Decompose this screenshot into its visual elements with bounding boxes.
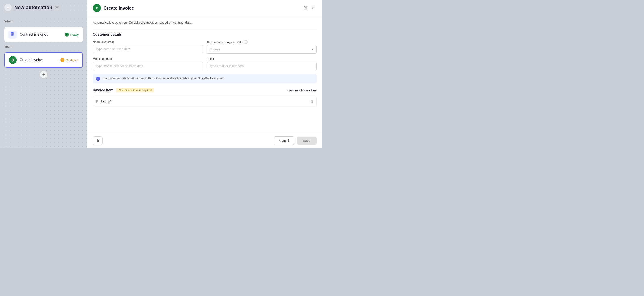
name-label: Name (required) <box>93 40 203 43</box>
then-label: Then <box>4 45 83 48</box>
ready-dot: ✓ <box>65 33 69 37</box>
description-text: Automatically create your QuickBooks inv… <box>93 21 317 24</box>
pays-with-field-group: This customer pays me with i Choose ▼ <box>206 40 317 54</box>
divider-1 <box>93 29 317 29</box>
trigger-icon <box>8 31 16 39</box>
close-button[interactable]: ✕ <box>310 5 317 11</box>
edit-title-button[interactable] <box>55 6 58 9</box>
qb-logo-icon: Q <box>93 4 101 12</box>
email-field-group: Email <box>206 57 317 70</box>
page-title: New automation <box>14 5 52 10</box>
info-icon: i <box>96 77 100 81</box>
invoice-section-header: Invoice item At least one item is requir… <box>93 88 317 92</box>
svg-rect-3 <box>12 35 13 35</box>
pays-with-select-wrapper: Choose ▼ <box>206 45 317 54</box>
svg-rect-1 <box>12 33 13 34</box>
invoice-section-title: Invoice item <box>93 88 113 92</box>
required-badge: At least one item is required <box>116 88 154 92</box>
invoice-item-row: ▦ Item #1 🗑 <box>93 96 317 107</box>
action-card[interactable]: Q Create Invoice ! Configure <box>4 52 83 68</box>
pencil-icon <box>55 6 58 9</box>
add-step-button[interactable]: + <box>40 71 48 79</box>
svg-text:Q: Q <box>12 58 14 62</box>
name-field-group: Name (required) <box>93 40 203 54</box>
right-panel-title: Create Invoice <box>104 5 301 11</box>
trash-icon: 🗑 <box>96 139 99 143</box>
customer-details-form: Name (required) This customer pays me wi… <box>93 40 317 70</box>
action-title: Create Invoice <box>20 58 57 62</box>
left-header: ‹ New automation <box>0 0 87 15</box>
action-status: ! Configure <box>60 58 78 62</box>
svg-rect-2 <box>12 34 13 34</box>
footer-delete-button[interactable]: 🗑 <box>93 136 103 145</box>
overwrite-info-banner: i The customer details will be overwritt… <box>93 74 317 84</box>
item-label: Item #1 <box>101 99 308 103</box>
back-icon: ‹ <box>8 6 9 9</box>
edit-action-button[interactable] <box>304 6 307 10</box>
action-icon: Q <box>9 56 16 64</box>
close-icon: ✕ <box>312 5 315 10</box>
customer-section-title: Customer details <box>93 33 317 37</box>
right-body: Automatically create your QuickBooks inv… <box>88 16 322 133</box>
add-invoice-item-button[interactable]: + Add new invoice item <box>287 89 317 92</box>
name-input[interactable] <box>93 45 203 53</box>
trigger-title: Contract is signed <box>20 33 62 37</box>
cancel-button[interactable]: Cancel <box>274 136 295 145</box>
pays-with-select[interactable]: Choose <box>206 45 317 54</box>
email-input[interactable] <box>206 62 317 70</box>
trigger-status: ✓ Ready <box>65 33 79 37</box>
mobile-input[interactable] <box>93 62 203 70</box>
right-header: Q Create Invoice ✕ <box>88 0 322 16</box>
trigger-card[interactable]: Contract is signed ✓ Ready <box>4 27 83 42</box>
back-button[interactable]: ‹ <box>4 4 12 11</box>
pays-with-info-icon: i <box>244 40 248 44</box>
info-banner-text: The customer details will be overwritten… <box>102 77 225 80</box>
pays-with-label: This customer pays me with i <box>206 40 317 44</box>
delete-item-button[interactable]: 🗑 <box>310 100 314 103</box>
mobile-label: Mobile number <box>93 57 203 60</box>
right-footer: 🗑 Cancel Save <box>88 133 322 148</box>
when-label: When <box>4 20 83 23</box>
right-panel: Q Create Invoice ✕ Automatically create … <box>87 0 322 148</box>
svg-text:Q: Q <box>96 7 98 9</box>
left-panel: ‹ New automation When Contract is signed <box>0 0 87 148</box>
email-label: Email <box>206 57 317 60</box>
mobile-field-group: Mobile number <box>93 57 203 70</box>
automation-flow: When Contract is signed ✓ Ready Then <box>0 15 87 148</box>
calendar-icon: ▦ <box>96 100 98 103</box>
save-button[interactable]: Save <box>297 137 317 145</box>
configure-dot: ! <box>60 58 64 62</box>
pencil-icon <box>304 6 307 9</box>
